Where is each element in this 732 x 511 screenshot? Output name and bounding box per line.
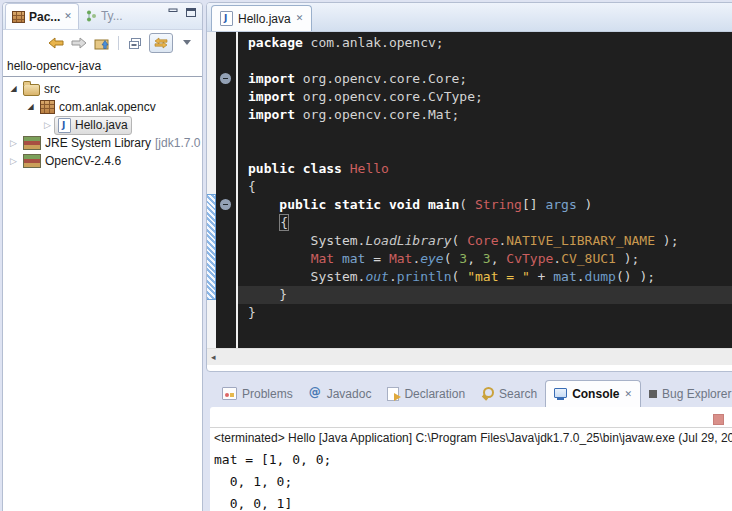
package-explorer-toolbar	[3, 30, 202, 56]
tab-declaration[interactable]: Declaration	[379, 380, 473, 407]
square-icon	[649, 390, 657, 398]
tree-item-src[interactable]: ◢src	[3, 80, 202, 98]
package-icon	[40, 100, 55, 114]
tab-label: Javadoc	[327, 387, 372, 401]
tree-item-label: com.anlak.opencv	[59, 100, 156, 114]
tab-hello-java[interactable]: Hello.java	[211, 5, 312, 31]
tree-item-hello-java[interactable]: ▷Hello.java	[3, 116, 202, 134]
toolbar-separator	[118, 36, 119, 50]
tree-item-label: Hello.java	[75, 118, 128, 132]
code-line[interactable]	[248, 52, 732, 70]
tab-bug-explorer[interactable]: Bug Explorer	[641, 380, 732, 407]
folding-ruler[interactable]	[216, 32, 236, 348]
collapse-arrow-icon[interactable]: ◢	[7, 85, 20, 93]
tab-problems[interactable]: Problems	[214, 380, 301, 407]
code-line[interactable]: public class Hello	[248, 160, 732, 178]
tab-package-explorer[interactable]: Pac...	[5, 3, 79, 29]
view-menu-button[interactable]	[178, 34, 196, 52]
expand-arrow-icon[interactable]: ▷	[7, 157, 20, 166]
collapse-all-button[interactable]	[126, 34, 144, 52]
code-line[interactable]: {	[248, 178, 732, 196]
code-line[interactable]: }	[238, 286, 732, 304]
console-content: <terminated> Hello [Java Application] C:…	[210, 407, 732, 511]
type-hierarchy-icon	[85, 10, 97, 22]
tab-label: Bug Explorer	[662, 387, 731, 401]
tab-type-hierarchy[interactable]: Ty...	[79, 3, 129, 29]
code-line[interactable]: {	[248, 214, 732, 232]
code-line[interactable]: Mat mat = Mat.eye( 3, 3, CvType.CV_8UC1 …	[248, 250, 732, 268]
library-icon	[23, 154, 41, 168]
expand-arrow-icon[interactable]: ▷	[41, 121, 54, 130]
console-icon	[554, 388, 567, 400]
close-icon[interactable]	[624, 390, 632, 399]
java-file-icon	[58, 118, 71, 133]
tree-item-com-anlak-opencv[interactable]: ◢com.anlak.opencv	[3, 98, 202, 116]
tab-label: Pac...	[29, 10, 60, 24]
console-output[interactable]: mat = [1, 0, 0; 0, 1, 0; 0, 0, 1]	[210, 447, 732, 511]
console-status: <terminated> Hello [Java Application] C:…	[210, 427, 732, 447]
package-explorer-view: Pac... Ty...	[2, 2, 203, 511]
console-toolbar	[210, 407, 732, 427]
forward-button[interactable]	[70, 34, 88, 52]
view-window-buttons	[168, 8, 196, 17]
selection-range-indicator	[207, 194, 216, 300]
bottom-tabbar: ProblemsJavadocDeclarationSearchConsoleB…	[210, 380, 732, 407]
editor-area: Hello.java package com.anlak.opencv;impo…	[206, 2, 732, 372]
tab-javadoc[interactable]: Javadoc	[301, 380, 380, 407]
scroll-left-icon[interactable]: ◂	[211, 353, 216, 362]
problems-icon	[222, 387, 237, 400]
tab-label: Declaration	[404, 387, 465, 401]
horizontal-scrollbar[interactable]: ◂	[207, 348, 732, 365]
tree-item-suffix: [jdk1.7.0	[155, 136, 200, 150]
library-icon	[23, 136, 41, 150]
editor-tab-label: Hello.java	[238, 12, 291, 26]
back-arrow-icon	[48, 37, 64, 49]
code-line[interactable]: package com.anlak.opencv;	[248, 34, 732, 52]
back-button[interactable]	[47, 34, 65, 52]
code-line[interactable]: import org.opencv.core.Core;	[248, 70, 732, 88]
javadoc-icon	[309, 387, 322, 400]
tab-label: Search	[499, 387, 537, 401]
tree-item-label: src	[44, 82, 60, 96]
tab-label: Ty...	[101, 9, 123, 23]
code-line[interactable]: }	[248, 304, 732, 322]
tree-item-jre-system-library[interactable]: ▷JRE System Library [jdk1.7.0	[3, 134, 202, 152]
close-icon[interactable]	[296, 14, 304, 23]
left-view-tabbar: Pac... Ty...	[3, 3, 202, 30]
project-tree: ◢src◢com.anlak.opencv▷Hello.java▷JRE Sys…	[3, 77, 202, 170]
range-indicator-ruler[interactable]	[207, 32, 216, 348]
close-icon[interactable]	[64, 12, 72, 21]
tree-item-opencv-2-4-6[interactable]: ▷OpenCV-2.4.6	[3, 152, 202, 170]
code-text[interactable]: package com.anlak.opencv;import org.open…	[238, 32, 732, 348]
package-explorer-icon	[12, 11, 25, 23]
tab-console[interactable]: Console	[545, 380, 641, 407]
chevron-down-icon	[183, 40, 192, 46]
code-line[interactable]: System.out.println( "mat = " + mat.dump(…	[248, 268, 732, 286]
expand-arrow-icon[interactable]: ▷	[7, 139, 20, 148]
code-line[interactable]	[248, 142, 732, 160]
code-line[interactable]: import org.opencv.core.CvType;	[248, 88, 732, 106]
link-with-editor-button[interactable]	[149, 33, 173, 53]
package-folder-icon	[23, 84, 40, 96]
tab-search[interactable]: Search	[473, 380, 545, 407]
collapse-arrow-icon[interactable]: ◢	[24, 103, 37, 111]
collapse-all-icon	[128, 37, 142, 50]
tree-item-label: JRE System Library	[45, 136, 151, 150]
tree-item-label: OpenCV-2.4.6	[45, 154, 121, 168]
code-line[interactable]: import org.opencv.core.Mat;	[248, 106, 732, 124]
forward-arrow-icon	[71, 37, 87, 49]
code-line[interactable]: public static void main( String[] args )	[248, 196, 732, 214]
maximize-icon[interactable]	[186, 8, 196, 17]
project-label: hello-opencv-java	[3, 56, 202, 77]
go-up-button[interactable]	[93, 34, 111, 52]
code-editor[interactable]: package com.anlak.opencv;import org.open…	[207, 32, 732, 348]
minimize-icon[interactable]	[168, 8, 178, 17]
tab-label: Console	[572, 387, 619, 401]
code-line[interactable]: System.LoadLibrary( Core.NATIVE_LIBRARY_…	[248, 232, 732, 250]
collapse-fold-icon[interactable]	[220, 73, 231, 84]
collapse-fold-icon[interactable]	[220, 199, 231, 210]
code-line[interactable]	[248, 124, 732, 142]
declaration-icon	[387, 387, 399, 401]
terminate-icon[interactable]	[713, 414, 724, 425]
link-arrows-icon	[154, 37, 168, 49]
